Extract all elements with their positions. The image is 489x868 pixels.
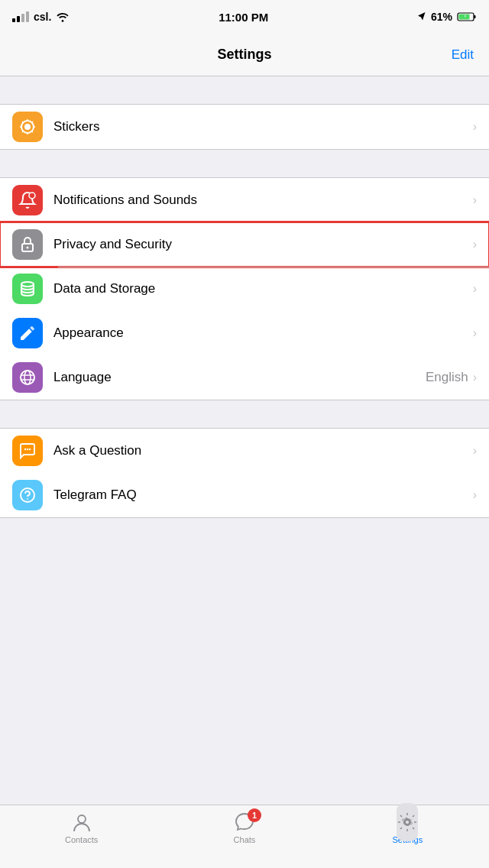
settings-item-faq[interactable]: Telegram FAQ › [0,473,489,517]
faq-icon-svg [18,486,37,504]
settings-icon-svg [397,812,417,832]
privacy-chevron: › [473,238,477,251]
section-gap-top [0,76,489,104]
privacy-label: Privacy and Security [53,237,473,252]
svg-point-13 [24,449,26,450]
notifications-label: Notifications and Sounds [53,193,473,208]
settings-item-ask[interactable]: Ask a Question › [0,429,489,473]
settings-item-notifications[interactable]: Notifications and Sounds › [0,178,489,222]
location-icon [417,11,426,22]
contacts-tab-label: Contacts [65,835,98,844]
wifi-icon [56,11,70,22]
carrier-label: csl. [34,11,51,23]
section-support: Ask a Question › Telegram FAQ › [0,428,489,518]
data-icon-svg [18,280,37,298]
contacts-icon-svg [71,811,92,833]
privacy-icon [12,229,43,260]
language-value: English [426,370,468,385]
data-label: Data and Storage [53,281,473,296]
privacy-icon-svg [18,235,37,254]
language-icon-svg [18,368,37,387]
chats-badge: 1 [248,808,261,822]
settings-tab-icon [397,811,418,833]
status-left: csl. [12,11,70,23]
appearance-label: Appearance [53,326,473,341]
tab-settings[interactable]: Settings [377,811,438,844]
status-right: 61% [417,11,477,23]
stickers-label: Stickers [53,119,473,134]
nav-bar: Settings Edit [0,34,489,76]
language-icon [12,362,43,393]
appearance-chevron: › [473,326,477,340]
ask-icon [12,436,43,466]
settings-item-language[interactable]: Language English › [0,355,489,400]
appearance-icon-svg [18,324,37,342]
chats-tab-label: Chats [234,835,256,844]
notifications-icon [12,185,43,215]
battery-icon [457,11,477,22]
svg-point-9 [21,371,34,384]
appearance-icon [12,318,43,348]
settings-item-data[interactable]: Data and Storage › [0,267,489,311]
svg-point-17 [28,499,28,500]
tab-contacts[interactable]: Contacts [51,811,112,844]
data-chevron: › [473,282,477,296]
settings-tab-bg [397,803,418,841]
settings-item-appearance[interactable]: Appearance › [0,311,489,355]
language-label: Language [53,370,426,385]
stickers-chevron: › [473,120,477,134]
svg-point-8 [21,282,34,287]
section-gap-2 [0,150,489,177]
tab-chats[interactable]: 1 Chats [214,811,275,844]
stickers-icon [12,112,43,142]
data-icon [12,274,43,304]
status-time: 11:00 PM [219,11,268,24]
faq-label: Telegram FAQ [53,487,473,503]
svg-point-15 [29,449,31,450]
settings-item-stickers[interactable]: Stickers › [0,105,489,149]
svg-point-14 [27,449,28,450]
notifications-icon-svg [18,191,37,209]
svg-rect-1 [474,15,476,18]
content-area: Stickers › Notifications and Sounds › [0,76,489,805]
faq-icon [12,480,43,510]
section-main-settings: Notifications and Sounds › Privacy and S… [0,177,489,400]
stickers-icon-svg [18,118,37,136]
section-gap-bottom [0,518,489,546]
ask-chevron: › [473,444,477,458]
edit-button[interactable]: Edit [452,47,474,63]
tab-bar: Contacts 1 Chats Settings [0,805,489,868]
section-stickers: Stickers › [0,104,489,150]
ask-icon-svg [18,442,37,460]
contacts-tab-icon [71,811,92,833]
language-chevron: › [473,371,477,384]
section-gap-3 [0,400,489,428]
svg-point-10 [24,371,31,384]
battery-percent: 61% [431,11,452,23]
status-bar: csl. 11:00 PM 61% [0,0,489,34]
chats-tab-icon: 1 [234,811,255,833]
faq-chevron: › [473,488,477,502]
svg-point-18 [78,815,86,823]
svg-point-7 [27,247,29,249]
page-title: Settings [217,47,271,63]
ask-label: Ask a Question [53,443,473,458]
svg-point-4 [24,124,31,130]
notifications-chevron: › [473,193,477,207]
signal-icon [12,11,29,22]
svg-point-5 [29,193,35,199]
svg-rect-2 [459,15,470,20]
settings-item-privacy[interactable]: Privacy and Security › [0,222,489,267]
